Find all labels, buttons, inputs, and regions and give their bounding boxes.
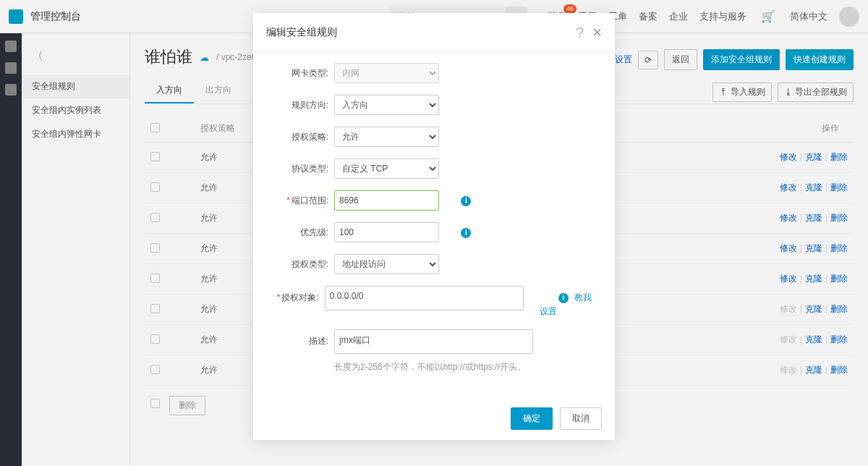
modal-overlay: 编辑安全组规则 ? × 网卡类型: 内网 规则方向: 入方向 授权策略: 允许 … [0,0,868,466]
info-icon[interactable]: i [461,196,471,206]
label-desc: 描述: [271,329,334,347]
label-policy: 授权策略: [271,127,334,143]
desc-hint: 长度为2-256个字符，不能以http://或https://开头。 [334,361,533,373]
label-authobj: *授权对象: [271,286,325,304]
cancel-button[interactable]: 取消 [560,407,602,430]
desc-input[interactable] [334,329,533,354]
policy-select[interactable]: 允许 [334,127,439,147]
nic-select: 内网 [334,63,439,83]
label-direction: 规则方向: [271,95,334,111]
label-protocol: 协议类型: [271,158,334,175]
protocol-select[interactable]: 自定义 TCP [334,158,439,179]
info-icon[interactable]: i [558,293,569,303]
direction-select[interactable]: 入方向 [334,95,439,115]
port-input[interactable] [334,190,439,211]
help-icon[interactable]: ? [576,25,584,41]
priority-input[interactable] [334,222,439,242]
info-icon[interactable]: i [461,228,471,238]
authtype-select[interactable]: 地址段访问 [334,254,439,274]
authobj-input[interactable] [325,286,524,310]
close-icon[interactable]: × [592,23,602,42]
label-priority: 优先级: [271,222,334,239]
label-nic: 网卡类型: [271,63,334,80]
label-port: *端口范围: [271,190,334,207]
label-authtype: 授权类型: [271,254,334,271]
modal-title: 编辑安全组规则 [266,26,337,39]
edit-rule-modal: 编辑安全组规则 ? × 网卡类型: 内网 规则方向: 入方向 授权策略: 允许 … [253,13,615,440]
ok-button[interactable]: 确定 [511,407,553,430]
